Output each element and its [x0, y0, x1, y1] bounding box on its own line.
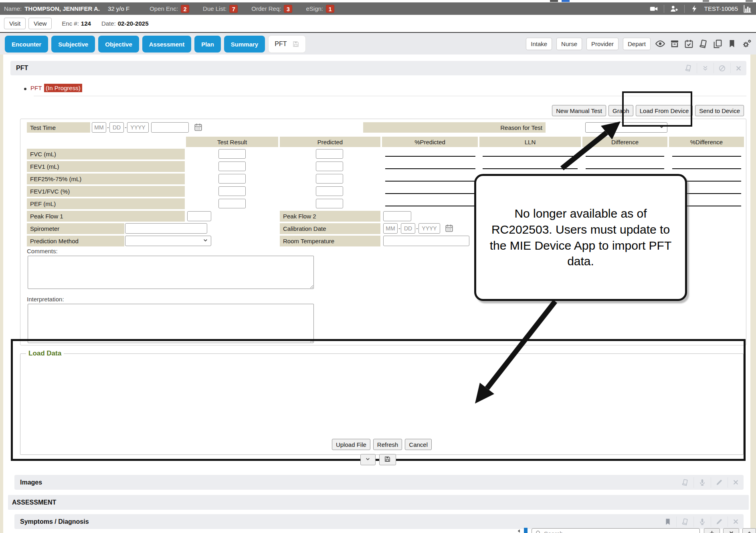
divider [664, 5, 664, 13]
eye-icon[interactable] [655, 38, 665, 49]
upload-file-button[interactable]: Upload File [332, 439, 370, 450]
double-chevron-down-icon[interactable] [697, 63, 714, 73]
calendar-check-icon[interactable] [684, 39, 694, 49]
view-button[interactable]: View [28, 18, 52, 29]
tab-encounter[interactable]: Encounter [5, 36, 48, 52]
tab-subjective[interactable]: Subjective [51, 36, 95, 52]
pencil-icon[interactable] [711, 517, 728, 527]
bar-chart-icon[interactable] [743, 4, 752, 13]
chevron-down-icon [202, 237, 208, 244]
close-icon[interactable] [728, 517, 744, 527]
predicted-input[interactable] [316, 186, 343, 196]
test-time-month-input[interactable] [92, 122, 106, 133]
value-blank-line [672, 168, 741, 169]
book-icon[interactable] [680, 63, 697, 73]
provider-button[interactable]: Provider [586, 38, 619, 50]
enc-number-label: Enc #: [62, 20, 79, 27]
due-list-badge[interactable]: 7 [229, 5, 238, 13]
prediction-method-select[interactable] [125, 236, 211, 246]
intake-button[interactable]: Intake [526, 38, 552, 50]
lightning-icon[interactable] [690, 4, 699, 13]
calendar-icon[interactable] [445, 224, 454, 233]
pencil-icon[interactable] [711, 477, 728, 488]
left-arrow-icon[interactable] [516, 528, 522, 533]
test-result-input[interactable] [218, 149, 246, 159]
predicted-input[interactable] [316, 174, 343, 184]
chevron-down-icon [659, 124, 665, 131]
predicted-input[interactable] [316, 162, 343, 171]
interpretation-textarea[interactable] [28, 304, 314, 343]
depart-button[interactable]: Depart [623, 38, 651, 50]
chevron-down-icon [365, 456, 371, 463]
calendar-icon[interactable] [194, 123, 203, 132]
load-from-device-button[interactable]: Load From Device [636, 105, 693, 116]
tab-pft-label: PFT [275, 40, 287, 48]
add-button[interactable] [704, 528, 720, 533]
peak-flow-2-input[interactable] [383, 211, 411, 221]
book-icon[interactable] [677, 477, 693, 488]
test-time-day-input[interactable] [109, 122, 124, 133]
nurse-button[interactable]: Nurse [556, 38, 582, 50]
tab-assessment[interactable]: Assessment [142, 36, 191, 52]
collapse-up-button[interactable] [742, 528, 756, 533]
test-time-year-input[interactable] [127, 122, 149, 133]
save-section-button[interactable] [379, 454, 396, 465]
calibration-year-input[interactable] [418, 223, 440, 234]
bookmark-icon[interactable] [659, 517, 676, 527]
calibration-month-input[interactable] [383, 223, 398, 234]
person-add-icon[interactable] [670, 4, 679, 13]
cancel-circle-icon[interactable] [714, 63, 730, 73]
esign-badge[interactable]: 1 [326, 5, 334, 13]
microphone-icon[interactable] [693, 517, 711, 527]
col-header-pct-difference: %Difference [669, 137, 744, 147]
search-box[interactable] [532, 528, 700, 533]
close-button[interactable] [723, 528, 739, 533]
book-icon[interactable] [698, 39, 708, 49]
gears-icon[interactable] [741, 38, 752, 49]
collapse-button[interactable] [360, 454, 376, 465]
archive-icon[interactable] [670, 39, 679, 48]
order-req-badge[interactable]: 3 [284, 5, 292, 13]
comments-textarea[interactable] [28, 256, 314, 289]
tab-pft-active[interactable]: PFT [268, 35, 306, 53]
video-camera-icon[interactable] [649, 4, 658, 13]
webchart-app: Name: THOMPSON, JENNIFER A. 32 y/o F Ope… [0, 0, 756, 533]
tab-objective[interactable]: Objective [98, 36, 139, 52]
copy-icon[interactable] [713, 39, 723, 49]
bookmark-icon[interactable] [727, 39, 737, 48]
peak-flow-1-input[interactable] [187, 211, 211, 221]
test-result-input[interactable] [218, 199, 246, 208]
room-temperature-input[interactable] [383, 236, 469, 246]
predicted-input[interactable] [316, 149, 343, 159]
close-icon[interactable] [730, 63, 746, 73]
reason-for-test-label: Reason for Test [363, 122, 546, 133]
pft-status-link[interactable]: PFT [30, 85, 42, 91]
visit-button[interactable]: Visit [4, 18, 26, 29]
tab-plan[interactable]: Plan [194, 36, 221, 52]
refresh-button[interactable]: Refresh [373, 439, 402, 450]
browser-remnant [746, 0, 753, 2]
send-to-device-button[interactable]: Send to Device [695, 105, 744, 116]
browser-remnant [562, 0, 570, 2]
cancel-button[interactable]: Cancel [405, 439, 432, 450]
test-time-time-input[interactable] [151, 122, 189, 133]
search-input[interactable] [544, 530, 680, 533]
symptoms-diagnosis-title: Symptoms / Diagnosis [14, 518, 89, 525]
close-icon[interactable] [728, 477, 744, 488]
calibration-day-input[interactable] [401, 223, 415, 234]
annotation-callout: No longer available as of RC202503. User… [474, 174, 687, 301]
test-result-input[interactable] [218, 186, 246, 196]
save-icon[interactable] [292, 40, 299, 48]
predicted-input[interactable] [316, 199, 343, 208]
new-manual-test-button[interactable]: New Manual Test [552, 105, 606, 116]
open-enc-badge[interactable]: 2 [181, 5, 189, 13]
test-result-input[interactable] [218, 174, 246, 184]
test-result-input[interactable] [218, 162, 246, 171]
book-icon[interactable] [676, 517, 693, 527]
tab-summary[interactable]: Summary [224, 36, 265, 52]
microphone-icon[interactable] [693, 477, 711, 488]
reason-for-test-select[interactable] [585, 122, 667, 133]
spirometer-input[interactable] [125, 223, 207, 234]
symptoms-diagnosis-section-header: Symptoms / Diagnosis [14, 514, 744, 529]
graph-button[interactable]: Graph [608, 105, 633, 116]
